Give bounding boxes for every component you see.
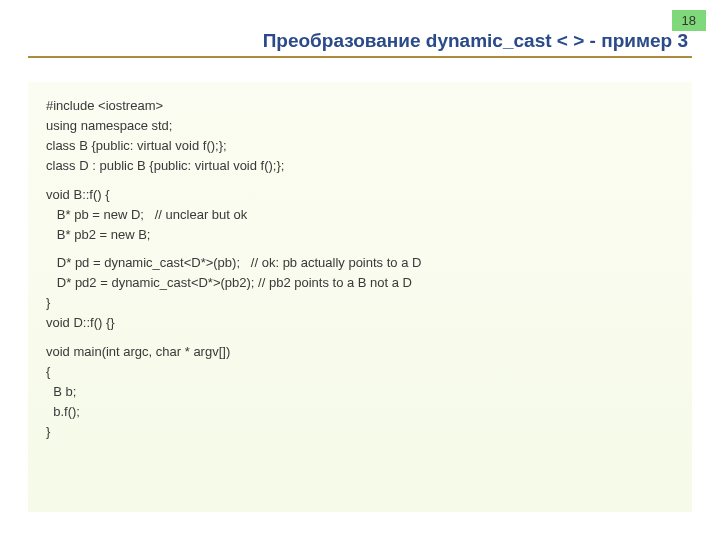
slide-title: Преобразование dynamic_cast < > - пример… (28, 30, 692, 52)
code-line: B b; (46, 382, 674, 402)
code-line: class D : public B {public: virtual void… (46, 156, 674, 176)
code-line: #include <iostream> (46, 96, 674, 116)
code-line: using namespace std; (46, 116, 674, 136)
code-line: B* pb2 = new B; (46, 225, 674, 245)
page-number: 18 (672, 10, 706, 31)
code-line: B* pb = new D; // unclear but ok (46, 205, 674, 225)
title-bar: Преобразование dynamic_cast < > - пример… (28, 30, 692, 58)
code-line: } (46, 422, 674, 442)
code-line: D* pd = dynamic_cast<D*>(pb); // ok: pb … (46, 253, 674, 273)
code-line: } (46, 293, 674, 313)
code-line: void D::f() {} (46, 313, 674, 333)
code-block: #include <iostream> using namespace std;… (28, 82, 692, 512)
code-line: b.f(); (46, 402, 674, 422)
code-line: void main(int argc, char * argv[]) (46, 342, 674, 362)
code-line: D* pd2 = dynamic_cast<D*>(pb2); // pb2 p… (46, 273, 674, 293)
code-line: class B {public: virtual void f();}; (46, 136, 674, 156)
code-line: { (46, 362, 674, 382)
code-line: void B::f() { (46, 185, 674, 205)
